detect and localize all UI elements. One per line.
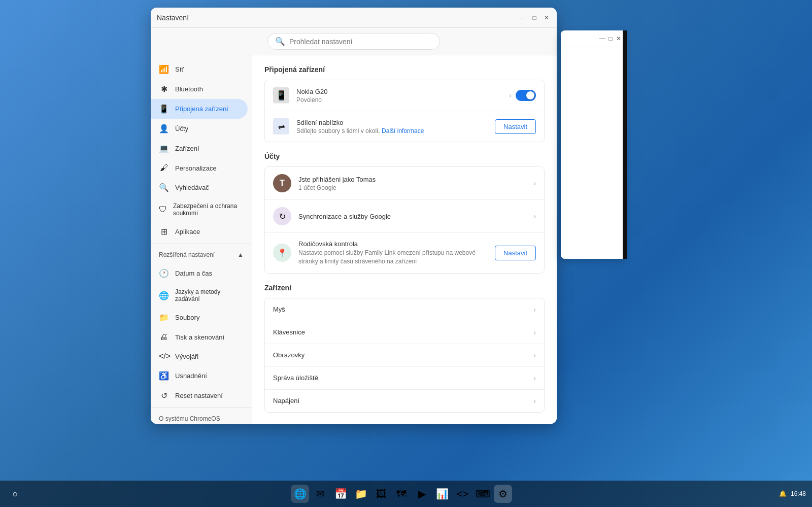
sidebar-item-vyhledavac[interactable]: 🔍 Vyhledávač: [151, 178, 248, 197]
pripojeno-section-title: Připojená zařízení: [264, 65, 545, 74]
code-taskbar-icon: <>: [457, 488, 468, 500]
uloziste-text: Správa úložiště: [273, 374, 533, 382]
sdileni-text: Sdílení nablízko Sdílejte soubory s lidm…: [296, 119, 495, 134]
main-content: Připojená zařízení 📱 Nokia G20 Povoleno …: [252, 55, 557, 424]
login-row[interactable]: T Jste přihlášeni jako Tomas 1 účet Goog…: [265, 167, 544, 200]
sidebar-item-tisk[interactable]: 🖨 Tisk a skenování: [151, 327, 248, 347]
taskbar-maps[interactable]: 🗺: [392, 485, 411, 503]
uloziste-row[interactable]: Správa úložiště ›: [265, 367, 544, 390]
sdileni-subtitle: Sdílejte soubory s lidmi v okolí. Další …: [296, 127, 495, 134]
mys-chevron-icon: ›: [533, 306, 536, 314]
taskbar-chrome[interactable]: 🌐: [291, 485, 309, 503]
napajeni-title: Napájení: [273, 397, 533, 404]
sidebar-item-jazyky[interactable]: 🌐 Jazyky a metody zadávání: [151, 283, 248, 308]
maximize-button[interactable]: □: [530, 14, 538, 22]
sidebar-item-personalizace[interactable]: 🖌 Personalizace: [151, 158, 248, 178]
sidebar-item-pripojeno[interactable]: 📱 Připojená zařízení: [151, 99, 248, 119]
person-icon: 👤: [159, 124, 169, 133]
window-title: Nastavení: [157, 14, 189, 22]
sync-chevron-icon: ›: [533, 212, 536, 220]
klavesnice-text: Klávesnice: [273, 328, 533, 336]
minimize-button[interactable]: —: [518, 14, 526, 22]
rodicovska-title: Rodičovská kontrola: [298, 240, 491, 248]
taskbar-gallery[interactable]: 🖼: [372, 485, 390, 503]
taskbar-sheets[interactable]: 📊: [433, 485, 451, 503]
klavesnice-row[interactable]: Klávesnice ›: [265, 321, 544, 344]
sidebar-item-datum[interactable]: 🕐 Datum a čas: [151, 263, 248, 283]
sidebar-item-bluetooth-label: Bluetooth: [175, 85, 203, 93]
sidebar-item-zarizeni-label: Zařízení: [175, 145, 199, 152]
chrome-icon: 🌐: [294, 488, 307, 500]
share-icon: ⇌: [278, 122, 285, 131]
taskbar-calendar[interactable]: 📅: [331, 485, 350, 503]
taskbar-code[interactable]: <>: [453, 485, 471, 503]
second-minimize-button[interactable]: —: [598, 35, 606, 43]
taskbar-terminal[interactable]: ⌨: [473, 485, 492, 503]
calendar-icon: 📅: [334, 488, 347, 500]
sidebar-item-zarizeni[interactable]: 💻 Zařízení: [151, 139, 248, 158]
launcher-icon: ○: [13, 489, 18, 499]
sync-text: Synchronizace a služby Google: [298, 213, 533, 220]
accessibility-icon: ♿: [159, 371, 169, 381]
nokia-row[interactable]: 📱 Nokia G20 Povoleno ›: [265, 80, 544, 111]
second-window: — □ ✕: [561, 30, 627, 259]
sidebar-item-soubory-label: Soubory: [175, 314, 199, 321]
zarizeni-card: Myš › Klávesnice › Obrazovky ›: [264, 298, 545, 413]
login-title: Jste přihlášeni jako Tomas: [298, 176, 533, 183]
gallery-icon: 🖼: [376, 488, 386, 500]
login-subtitle: 1 účet Google: [298, 184, 533, 191]
advanced-section-header[interactable]: Rozšířená nastavení ▲: [151, 246, 252, 263]
uloziste-title: Správa úložiště: [273, 374, 533, 382]
napajeni-chevron-icon: ›: [533, 397, 536, 405]
terminal-icon: ⌨: [476, 488, 490, 500]
sidebar-item-pripojeno-label: Připojená zařízení: [175, 105, 228, 113]
sidebar-item-sit[interactable]: 📶 Síť: [151, 59, 248, 79]
close-button[interactable]: ✕: [543, 14, 551, 22]
sidebar-item-usnadneni[interactable]: ♿ Usnadnění: [151, 366, 248, 386]
sidebar-item-zabezpeceni[interactable]: 🛡 Zabezpečení a ochrana soukromí: [151, 197, 248, 222]
shield-icon: 🛡: [159, 205, 167, 214]
sdileni-title: Sdílení nablízko: [296, 119, 495, 126]
gmail-icon: ✉: [316, 488, 325, 500]
taskbar-settings[interactable]: ⚙: [494, 485, 512, 503]
taskbar: ○ 🌐 ✉ 📅 📁 🖼 🗺 ▶ 📊 <> ⌨: [0, 481, 812, 507]
search-bar: 🔍: [151, 28, 557, 55]
sidebar-item-reset[interactable]: ↺ Reset nastavení: [151, 386, 248, 405]
second-maximize-button[interactable]: □: [606, 35, 615, 43]
sidebar-item-vyvojari-label: Vývojáři: [175, 353, 198, 360]
mys-row[interactable]: Myš ›: [265, 298, 544, 321]
login-chevron-icon: ›: [533, 179, 536, 187]
rodicovska-subtitle: Nastavte pomocí služby Family Link omeze…: [298, 249, 491, 266]
sidebar-item-soubory[interactable]: 📁 Soubory: [151, 308, 248, 327]
rodicovska-row[interactable]: 📍 Rodičovská kontrola Nastavte pomocí sl…: [265, 233, 544, 273]
sdileni-row[interactable]: ⇌ Sdílení nablízko Sdílejte soubory s li…: [265, 111, 544, 142]
sdileni-link[interactable]: Další informace: [382, 127, 424, 134]
launcher-button[interactable]: ○: [6, 485, 24, 503]
grid-icon: ⊞: [159, 227, 169, 236]
sidebar-item-sit-label: Síť: [175, 65, 184, 73]
sidebar-item-aplikace[interactable]: ⊞ Aplikace: [151, 222, 248, 242]
search-input[interactable]: [289, 38, 432, 46]
sidebar-item-ucty[interactable]: 👤 Účty: [151, 119, 248, 139]
sidebar-item-about[interactable]: O systému ChromeOS: [151, 410, 248, 424]
search-wrap: 🔍: [267, 33, 440, 50]
obrazovky-row[interactable]: Obrazovky ›: [265, 344, 544, 367]
sdileni-nastavit-button[interactable]: Nastavit: [495, 119, 536, 134]
second-close-button[interactable]: ✕: [615, 35, 623, 43]
wifi-icon: 📶: [159, 64, 169, 74]
taskbar-files[interactable]: 📁: [352, 485, 370, 503]
maps-icon: 🗺: [396, 488, 407, 500]
sidebar-item-bluetooth[interactable]: ✱ Bluetooth: [151, 79, 248, 99]
nokia-subtitle: Povoleno: [296, 96, 509, 104]
napajeni-row[interactable]: Napájení ›: [265, 390, 544, 412]
sidebar-item-vyvojari[interactable]: </> Vývojáři: [151, 347, 248, 366]
nokia-toggle[interactable]: [516, 90, 536, 101]
taskbar-youtube[interactable]: ▶: [413, 485, 431, 503]
sidebar-item-zabezpeceni-label: Zabezpečení a ochrana soukromí: [173, 202, 240, 217]
window-controls: — □ ✕: [518, 14, 551, 22]
taskbar-gmail[interactable]: ✉: [311, 485, 329, 503]
rodicovska-nastavit-button[interactable]: Nastavit: [495, 246, 536, 260]
obrazovky-chevron-icon: ›: [533, 351, 536, 359]
titlebar: Nastavení — □ ✕: [151, 8, 557, 28]
sync-row[interactable]: ↻ Synchronizace a služby Google ›: [265, 200, 544, 233]
